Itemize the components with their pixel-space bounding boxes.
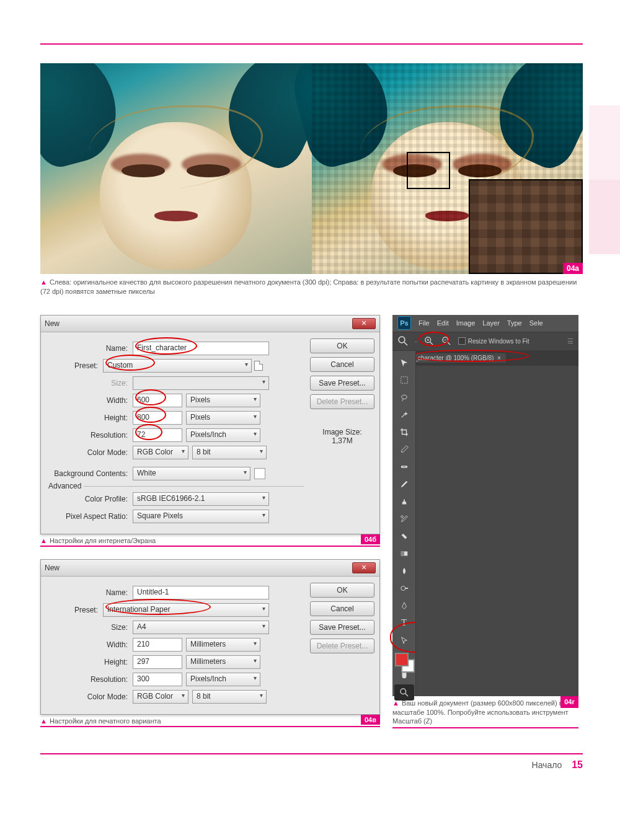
height-input[interactable]: 800 xyxy=(133,411,182,425)
top-horizontal-rule xyxy=(40,43,583,45)
eyedropper-tool-icon[interactable] xyxy=(394,441,414,458)
zoom-in-icon[interactable] xyxy=(423,335,435,347)
resolution-label: Resolution: xyxy=(46,675,133,684)
width-label: Width: xyxy=(46,396,133,405)
svg-line-1 xyxy=(404,342,407,345)
ps-options-bar: - Resize Windows to Fit ☰ xyxy=(392,332,578,351)
zoom-out-icon[interactable] xyxy=(441,335,452,347)
triangle-icon: ▲ xyxy=(40,717,47,725)
menu-type[interactable]: Type xyxy=(507,319,522,327)
svg-line-8 xyxy=(447,342,450,345)
svg-point-19 xyxy=(400,689,405,694)
dialog-print-caption: ▲Настройки для печатного варианта 04в xyxy=(40,715,380,727)
figure-04a-lowres xyxy=(312,63,583,274)
menu-select[interactable]: Sele xyxy=(529,319,543,327)
width-unit-select[interactable]: Pixels xyxy=(186,394,260,407)
crop-tool-icon[interactable] xyxy=(394,424,414,440)
width-input[interactable]: 210 xyxy=(133,638,182,652)
magic-wand-tool-icon[interactable] xyxy=(394,407,414,423)
healing-brush-tool-icon[interactable] xyxy=(394,459,414,475)
width-input[interactable]: 600 xyxy=(133,394,182,407)
photoshop-workspace-screenshot: Ps File Edit Image Layer Type Sele - xyxy=(392,315,578,696)
zoom-tool-icon xyxy=(397,335,409,347)
resize-windows-option[interactable]: Resize Windows to Fit xyxy=(458,337,529,345)
checkbox-icon[interactable] xyxy=(458,337,466,345)
svg-rect-15 xyxy=(401,551,404,555)
preset-select[interactable]: Custom xyxy=(103,359,252,373)
name-input[interactable]: Untitled-1 xyxy=(133,586,269,599)
ps-logo-icon: Ps xyxy=(397,316,411,330)
name-label: Name: xyxy=(46,588,133,597)
triangle-icon: ▲ xyxy=(392,699,399,707)
color-depth-select[interactable]: 8 bit xyxy=(192,446,267,459)
menu-layer[interactable]: Layer xyxy=(482,319,500,327)
page-footer: Начало 15 xyxy=(532,759,583,771)
cancel-button[interactable]: Cancel xyxy=(310,357,374,372)
menu-edit[interactable]: Edit xyxy=(437,319,449,327)
save-preset-button[interactable]: Save Preset... xyxy=(310,620,374,635)
advanced-fieldset: Advanced xyxy=(46,486,304,487)
resolution-input[interactable]: 72 xyxy=(133,428,182,442)
ok-button[interactable]: OK xyxy=(310,583,374,598)
size-label: Size: xyxy=(46,623,133,632)
close-icon[interactable] xyxy=(352,318,376,329)
color-mode-label: Color Mode: xyxy=(46,692,133,701)
dialog-titlebar[interactable]: New xyxy=(41,560,379,577)
bg-contents-label: Background Contents: xyxy=(46,469,133,478)
svg-point-16 xyxy=(401,586,405,590)
move-tool-icon[interactable] xyxy=(394,355,414,371)
dialog-new-print: New Name: Untitled-1 Preset: Internation… xyxy=(40,559,380,727)
blur-tool-icon[interactable] xyxy=(394,563,414,579)
marquee-tool-icon[interactable] xyxy=(394,372,414,388)
selection-marquee xyxy=(407,152,450,189)
path-select-tool-icon[interactable] xyxy=(394,632,414,648)
brush-tool-icon[interactable] xyxy=(394,476,414,492)
bg-color-swatch[interactable] xyxy=(254,468,265,479)
pen-tool-icon[interactable] xyxy=(394,598,414,614)
zoom-magnified-inset xyxy=(469,179,583,274)
save-preset-button[interactable]: Save Preset... xyxy=(310,376,374,391)
size-select[interactable]: A4 xyxy=(133,621,269,634)
ps-document-tab-bar: First_character @ 100% (RGB/8) × xyxy=(392,351,578,366)
resolution-unit-select[interactable]: Pixels/Inch xyxy=(186,428,260,442)
resolution-unit-select[interactable]: Pixels/Inch xyxy=(186,673,260,686)
bg-contents-select[interactable]: White xyxy=(133,467,250,480)
color-depth-select[interactable]: 8 bit xyxy=(192,690,267,704)
decorative-pink-bar-1 xyxy=(589,105,620,180)
height-unit-select[interactable]: Millimeters xyxy=(186,655,260,669)
color-mode-select[interactable]: RGB Color xyxy=(133,690,188,704)
clone-stamp-tool-icon[interactable] xyxy=(394,493,414,510)
name-input[interactable]: First_character xyxy=(133,342,269,355)
menu-image[interactable]: Image xyxy=(456,319,476,327)
name-label: Name: xyxy=(46,344,133,353)
height-unit-select[interactable]: Pixels xyxy=(186,411,260,425)
color-profile-select[interactable]: sRGB IEC61966-2.1 xyxy=(133,492,269,506)
figure-tag-04d: 04г xyxy=(560,696,578,708)
eraser-tool-icon[interactable] xyxy=(394,528,414,544)
resolution-label: Resolution: xyxy=(46,431,133,440)
resolution-input[interactable]: 300 xyxy=(133,673,182,686)
close-icon[interactable] xyxy=(352,562,376,573)
dodge-tool-icon[interactable] xyxy=(394,580,414,596)
figure-tag-04a: 04а xyxy=(563,263,583,274)
gradient-tool-icon[interactable] xyxy=(394,546,414,562)
menu-file[interactable]: File xyxy=(418,319,430,327)
preset-label: Preset: xyxy=(46,361,103,370)
height-label: Height: xyxy=(46,413,133,422)
pixel-aspect-select[interactable]: Square Pixels xyxy=(133,510,269,523)
height-input[interactable]: 297 xyxy=(133,655,182,669)
ok-button[interactable]: OK xyxy=(310,338,374,353)
section-name: Начало xyxy=(532,760,562,770)
width-unit-select[interactable]: Millimeters xyxy=(186,638,260,652)
triangle-icon: ▲ xyxy=(40,537,47,544)
history-brush-tool-icon[interactable] xyxy=(394,511,414,527)
dialog-titlebar[interactable]: New xyxy=(41,316,379,332)
cancel-button[interactable]: Cancel xyxy=(310,601,374,616)
foreground-color-swatch[interactable] xyxy=(395,653,409,666)
ps-canvas-area[interactable] xyxy=(416,366,578,696)
figure-04a-highres xyxy=(40,63,312,274)
lasso-tool-icon[interactable] xyxy=(394,389,414,405)
preset-select[interactable]: International Paper xyxy=(103,603,269,617)
color-mode-select[interactable]: RGB Color xyxy=(133,446,188,459)
type-tool-icon[interactable]: T xyxy=(394,615,414,631)
